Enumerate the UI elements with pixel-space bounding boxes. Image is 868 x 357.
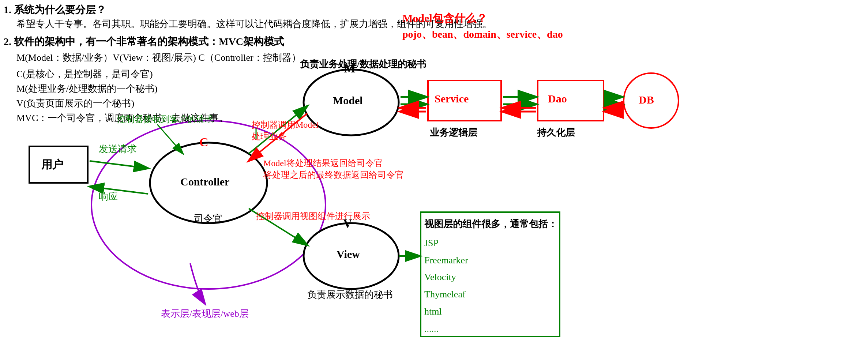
view-component-html: html: [424, 303, 557, 320]
svg-line-10: [90, 187, 148, 194]
dao-node-label: Dao: [548, 93, 567, 105]
mvc2: C(是核心，是控制器，是司令官): [16, 68, 153, 80]
view-secretary-label: 负责展示数据的秘书: [307, 288, 393, 301]
controller-calls-view-label: 控制器调用视图组件进行展示: [256, 210, 370, 222]
c-label: C: [199, 135, 208, 149]
view-component-thymeleaf: Thymeleaf: [424, 286, 557, 303]
mvc1: M(Model：数据/业务）V(View：视图/展示) C（Controller…: [16, 51, 301, 64]
heading1: 1. 系统为什么要分层？: [4, 3, 106, 17]
view-components-box: 视图层的组件很多，通常包括： JSP Freemarker Velocity T…: [424, 216, 557, 338]
view-component-ellipsis: ......: [424, 320, 557, 338]
response-label: 响应: [99, 190, 118, 203]
heading2: 2. 软件的架构中，有一个非常著名的架构模式：MVC架构模式: [4, 35, 284, 49]
mvc3: M(处理业务/处理数据的一个秘书): [16, 82, 158, 95]
view-component-jsp: JSP: [424, 235, 557, 252]
view-component-freemarker: Freemarker: [424, 252, 557, 269]
commander-label: 司令官: [194, 212, 222, 225]
controller-receives-label: 控制器接收到客户的请求: [117, 113, 214, 125]
service-node-label: Service: [435, 93, 469, 105]
svg-line-11: [157, 124, 183, 154]
model-question: Model包含什么？: [402, 11, 487, 26]
v-label: V: [343, 217, 352, 230]
controller-calls-model-label: 控制器调用Model 处理业务: [252, 119, 319, 142]
controller-node-label: Controller: [180, 176, 229, 188]
mvc4: V(负责页面展示的一个秘书): [16, 97, 134, 110]
model-node-label: Model: [333, 94, 363, 107]
send-request-label: 发送请求: [99, 143, 137, 155]
model-answer: pojo、bean、domain、service、dao: [402, 27, 563, 41]
persist-layer-label: 持久化层: [537, 126, 575, 139]
db-node-label: DB: [639, 94, 654, 106]
view-components-title: 视图层的组件很多，通常包括：: [424, 216, 557, 233]
svg-line-9: [90, 161, 148, 168]
view-component-velocity: Velocity: [424, 269, 557, 286]
m-label: M: [344, 61, 356, 75]
view-node-label: View: [337, 248, 360, 260]
user-label: 用户: [41, 157, 63, 172]
business-layer-label: 业务逻辑层: [430, 126, 477, 139]
svg-rect-6: [538, 80, 604, 121]
model-secretary-label: 负责业务处理/数据处理的秘书: [300, 58, 426, 71]
presentation-layer-label: 表示层/表现层/web层: [161, 307, 249, 320]
model-returns-label: Model将处理结果返回给司令官 将处理之后的最终数据返回给司令官: [263, 157, 404, 181]
